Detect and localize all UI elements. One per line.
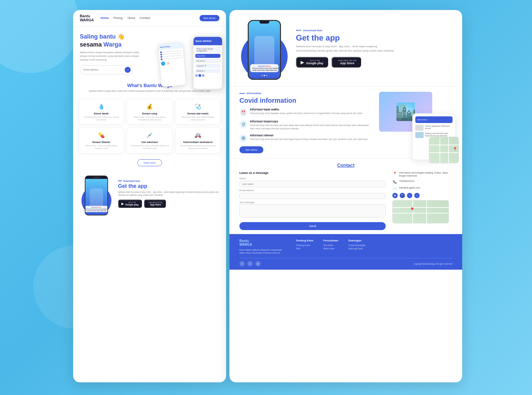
get-app-description: Aplikasi kami tersedia di play store , a…: [118, 191, 219, 197]
footer: Bantu WARGA Kami adalah aplikasi pelayan…: [229, 234, 462, 270]
footer-instagram-icon[interactable]: in: [255, 261, 261, 266]
feature-card-medkit: 🩺 Donasi alat medis Bantu para rekan yan…: [175, 99, 221, 125]
email-field: Email Address: [239, 189, 386, 199]
contact-section: Contact Leave us a message Name Email Ad…: [229, 158, 462, 234]
footer-link-fitur[interactable]: Fitur: [296, 247, 313, 250]
footer-col-company: Perusahaan Tim Kami Mitra Kami: [323, 239, 338, 255]
footer-social: f t in: [239, 261, 261, 266]
phone-item: 📞 +62936443151: [392, 180, 452, 184]
see-demo-covid-button[interactable]: See demo: [239, 146, 263, 153]
right-phone-info-badge: Informasi Berita Informasi berita yang a…: [250, 64, 279, 72]
phone-icon: 📞: [392, 180, 397, 184]
nav-contact[interactable]: Contact: [140, 16, 150, 20]
google-icon: G: [166, 61, 170, 66]
load-more-row: load more: [73, 156, 226, 169]
footer-link-mitra[interactable]: Mitra Kami: [323, 247, 338, 250]
footer-copyright: copyright BantuWarga. All right reserved: [414, 263, 452, 265]
right-store-buttons: ▶ GET IT ON Google play AVAILABLE ON THE…: [296, 57, 452, 67]
shield-icon: 🛡️: [239, 120, 247, 128]
download-label: Download Now: [118, 180, 219, 182]
app-text-wrap: Download Now Get the app Aplikasi kami t…: [118, 180, 219, 208]
store-buttons: ▶ GET IT ON Google play AVAILABLE ON THE…: [118, 199, 219, 208]
news-header: Berita terbaru: [415, 116, 453, 123]
twitter-icon: t: [161, 62, 165, 66]
covid-feature-1: ⏰ Informasi tepat waktu Informasi yang a…: [239, 108, 372, 116]
get-app-title: Get the app: [118, 183, 219, 189]
nav-about[interactable]: About: [127, 16, 135, 20]
covid-section: Information Covid information ⏰ Informas…: [229, 87, 462, 158]
right-get-app-section: Informasi Berita Informasi berita yang a…: [229, 10, 462, 87]
email-address-input[interactable]: [239, 193, 386, 199]
youtube-icon[interactable]: ▶: [392, 193, 398, 198]
hero-description: Aplikasi Bantu warga merupakan aplikasi …: [80, 51, 146, 62]
footer-link-contact[interactable]: Hubungi Kami: [348, 247, 366, 250]
right-download-label: Download Now: [296, 29, 452, 32]
name-input[interactable]: [239, 181, 386, 187]
phone-main-body: Periksa status dengan menggunakan Check …: [194, 45, 222, 78]
vaccine-icon: 💉: [146, 131, 154, 139]
footer-link-support[interactable]: Pusat Dukungan: [348, 244, 366, 246]
dot-2: [264, 75, 265, 76]
app-phone-device: Informasi Berita Informasi berita yang a…: [85, 176, 108, 215]
app-phone-wrap: Informasi Berita Informasi berita yang a…: [80, 172, 113, 215]
blood-icon: 💧: [97, 102, 105, 110]
email-icon: ✉️: [392, 186, 397, 191]
footer-logo: Bantu WARGA: [239, 239, 286, 246]
load-more-button[interactable]: load more: [137, 159, 162, 166]
phone-secondary-body: t G: [159, 48, 184, 67]
right-phone-device: Informasi Berita Informasi berita yang a…: [248, 20, 281, 80]
contact-info: 📍 Information technologies building, Kud…: [392, 171, 452, 230]
footer-brand: Bantu WARGA Kami adalah aplikasi pelayan…: [239, 239, 286, 255]
right-phone-wrap: Informasi Berita Informasi berita yang a…: [239, 17, 289, 80]
see-demo-button[interactable]: See demo: [200, 15, 219, 21]
email-input-row: →: [80, 65, 133, 74]
email-contact-item: ✉️ hello@3Laginfo.com: [392, 186, 452, 191]
map-road-h2: [393, 213, 449, 213]
nav-home[interactable]: Home: [100, 16, 109, 20]
dot-3: [266, 75, 267, 76]
send-button[interactable]: Send: [239, 222, 386, 230]
contact-grid: Leave us a message Name Email Address Yo…: [239, 171, 452, 230]
instagram-icon[interactable]: 📷: [400, 193, 405, 198]
person-placeholder: [90, 189, 103, 208]
email-submit-button[interactable]: →: [125, 67, 131, 73]
footer-top: Bantu WARGA Kami adalah aplikasi pelayan…: [239, 239, 452, 255]
map-thumbnail: 📍: [429, 137, 459, 163]
form-title: Leave us a message: [239, 171, 386, 175]
map-road-h1: [393, 207, 449, 208]
dot-1: [261, 75, 263, 76]
app-phone-screen: Informasi Berita Informasi berita yang a…: [85, 179, 107, 215]
message-textarea[interactable]: [239, 204, 386, 217]
name-field: Name: [239, 177, 386, 187]
map-container: 📍: [392, 200, 449, 223]
footer-facebook-icon[interactable]: f: [239, 261, 245, 266]
feature-card-blood: 💧 Donor darah Cek ketersediaan donor dar…: [78, 99, 124, 125]
news-item-1: Kawasan dikategorikan PPKM level 4, kini…: [415, 125, 453, 131]
map-pin: 📍: [453, 147, 458, 152]
footer-link-tentang[interactable]: Tentang Kami: [296, 244, 313, 246]
phone-info-badge: Informasi Berita Informasi berita yang a…: [85, 206, 108, 212]
footer-col-support: Dukungan Pusat Dukungan Hubungi Kami: [348, 239, 366, 255]
logo: Bantu WARGA: [80, 14, 94, 22]
right-phone-notch: [259, 21, 269, 24]
carousel-dots: [261, 75, 267, 76]
email-input[interactable]: [83, 68, 125, 71]
nav-links: Home Pricing About Contact: [100, 16, 199, 20]
message-field: Your Message: [239, 201, 386, 219]
footer-link-tim[interactable]: Tim Kami: [323, 244, 338, 246]
google-play-button[interactable]: ▶ GET IT ON Google play: [118, 199, 142, 208]
facebook-contact-icon[interactable]: f: [407, 193, 412, 198]
app-store-button[interactable]: AVAILABLE ON THE App Store: [144, 199, 166, 208]
footer-twitter-icon[interactable]: t: [247, 261, 253, 266]
money-icon: 💰: [146, 102, 154, 110]
right-app-store-button[interactable]: AVAILABLE ON THE App Store: [332, 57, 361, 67]
gear-icon: ⚙️: [239, 134, 247, 142]
right-google-play-icon: ▶: [301, 60, 304, 65]
right-get-app-title: Get the app: [296, 33, 452, 43]
right-google-play-button[interactable]: ▶ GET IT ON Google play: [296, 57, 328, 67]
right-panel: Informasi Berita Informasi berita yang a…: [229, 10, 462, 382]
feature-card-vaccine: 💉 Cek vaksinasi Cek ketersediaan vaksin …: [127, 127, 172, 153]
nav-pricing[interactable]: Pricing: [113, 16, 123, 20]
twitter-contact-icon[interactable]: t: [414, 193, 420, 198]
feature-card-vitamin: 💊 Donasi Vitamin Bantu teman - teman kit…: [78, 127, 124, 153]
